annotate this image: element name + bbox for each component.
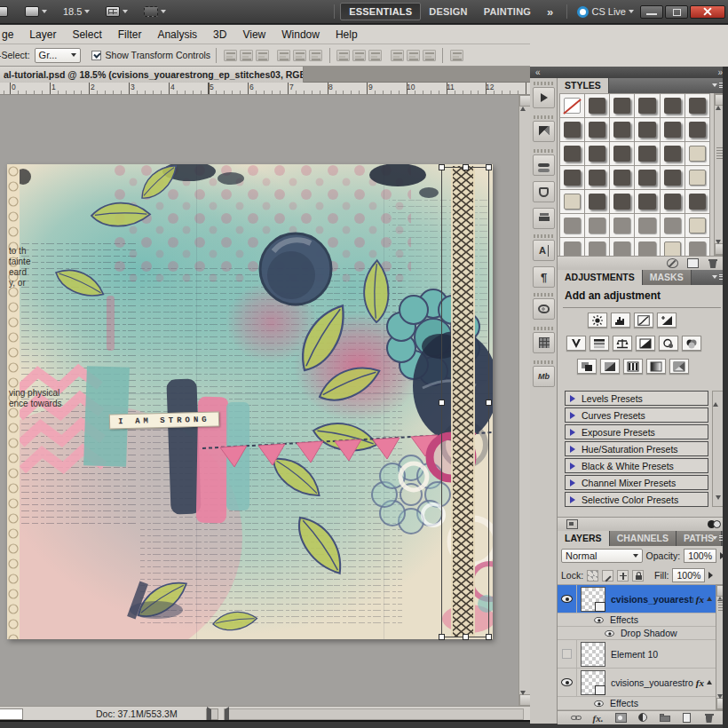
workspace-overflow-button[interactable]: » [539,3,561,21]
align-right-edges-button[interactable] [309,50,322,61]
style-swatch[interactable] [685,118,709,141]
transform-handle-bottom-center[interactable] [463,634,469,640]
posterize-button[interactable] [600,359,620,374]
style-swatch[interactable] [635,214,659,237]
lock-image-pixels-icon[interactable] [602,570,613,582]
color-balance-button[interactable] [613,336,632,351]
style-swatch[interactable] [560,166,584,189]
style-swatch[interactable] [560,142,584,165]
channel-mixer-presets-row[interactable]: Channel Mixer Presets [565,475,708,490]
blend-mode-dropdown[interactable]: Normal [561,549,643,563]
expanded-view-button[interactable] [566,519,578,529]
transform-handle-top-center[interactable] [463,164,469,170]
delete-style-button[interactable] [708,258,719,268]
style-swatch[interactable] [635,190,659,213]
style-none-swatch[interactable] [560,94,584,117]
eye-icon[interactable] [594,700,603,706]
horizontal-ruler[interactable]: 0 1 2 3 4 5 6 7 8 9 10 11 12 [0,83,530,95]
transform-handle-middle-left[interactable] [439,400,445,406]
brush-presets-panel-button[interactable] [533,121,555,142]
vibrance-button[interactable] [566,336,586,351]
layer-thumbnail[interactable] [581,587,605,612]
invert-button[interactable] [577,359,597,374]
scroll-left-button[interactable] [225,709,235,719]
effects-row[interactable]: Effects [558,697,716,710]
transform-handle-bottom-right[interactable] [486,634,492,640]
effects-row[interactable]: Effects [558,613,716,627]
style-swatch[interactable] [685,142,709,165]
style-swatch[interactable] [661,142,684,165]
style-swatch[interactable] [585,166,609,189]
status-options-button[interactable] [206,708,218,720]
fx-badge[interactable]: fx [696,677,704,688]
selective-color-presets-row[interactable]: Selective Color Presets [565,492,708,507]
style-swatch[interactable] [685,166,709,189]
black-white-button[interactable] [636,336,655,351]
style-swatch[interactable] [585,94,609,117]
style-swatch[interactable] [661,94,684,117]
lock-all-icon[interactable] [632,570,644,582]
style-swatch[interactable] [635,118,659,141]
distribute-left-edges-button[interactable] [391,50,404,61]
kuler-panel-button[interactable] [533,332,555,353]
selective-color-button[interactable] [669,359,689,374]
opacity-value[interactable]: 100% [684,549,716,563]
scroll-down-button[interactable] [519,694,530,706]
levels-button[interactable] [611,313,630,328]
lock-transparent-pixels-icon[interactable] [587,570,598,582]
workspace-design-button[interactable]: DESIGN [421,4,475,20]
clear-style-button[interactable] [667,258,678,268]
collapse-effects-icon[interactable] [707,680,712,684]
style-swatch[interactable] [661,166,684,189]
close-button[interactable] [690,5,725,19]
clip-to-layer-button[interactable] [708,519,719,529]
layer-thumbnail[interactable] [581,642,605,667]
eye-icon[interactable] [594,616,603,622]
style-swatch[interactable] [610,94,634,117]
style-swatch[interactable] [661,118,684,141]
workspace-essentials-button[interactable]: ESSENTIALS [340,3,421,20]
layer-row[interactable]: cvisions_youarestrong... fx [558,669,716,697]
link-layers-button[interactable] [571,713,582,723]
fx-badge[interactable]: fx [696,594,704,605]
menu-help[interactable]: Help [328,26,366,44]
align-vertical-centers-button[interactable] [240,50,253,61]
delete-layer-button[interactable] [704,713,716,723]
align-left-edges-button[interactable] [277,50,290,61]
curves-presets-row[interactable]: Curves Presets [565,408,708,423]
style-swatch[interactable] [610,238,634,256]
layer-row-hidden[interactable]: Element 10 [558,640,716,669]
style-swatch[interactable] [560,238,584,256]
transform-bounding-box[interactable] [441,167,489,637]
restore-button[interactable] [665,5,688,19]
style-swatch[interactable] [635,142,659,165]
fill-slider-icon[interactable] [708,572,713,579]
style-swatch[interactable] [635,166,659,189]
channel-mixer-button[interactable] [682,336,701,351]
scroll-thumb[interactable] [716,147,723,160]
style-swatch[interactable] [661,214,684,237]
cs-live-button[interactable]: CS Live [573,4,638,20]
visibility-toggle[interactable] [558,640,577,668]
style-swatch[interactable] [585,190,609,213]
eye-icon[interactable] [605,629,613,636]
transform-handle-top-left[interactable] [439,164,445,170]
style-swatch[interactable] [585,238,609,256]
style-swatch[interactable] [610,142,634,165]
lock-position-icon[interactable] [617,570,629,582]
layer-style-button[interactable]: fx. [593,713,605,723]
menu-image-partial[interactable]: ge [0,26,21,44]
style-swatch[interactable] [661,190,684,213]
style-swatch[interactable] [685,238,709,256]
distribute-vertical-centers-button[interactable] [352,50,366,61]
menu-analysis[interactable]: Analysis [149,26,205,44]
style-swatch[interactable] [685,94,709,117]
align-bottom-edges-button[interactable] [256,50,269,61]
new-group-button[interactable] [660,713,671,723]
exposure-presets-row[interactable]: Exposure Presets [565,424,708,439]
gradient-map-button[interactable] [646,359,666,374]
show-transform-checkbox[interactable] [91,51,101,60]
visibility-toggle[interactable] [558,669,577,696]
zoom-level-button[interactable]: 18.5 [59,4,94,20]
workspace-painting-button[interactable]: PAINTING [476,4,539,20]
